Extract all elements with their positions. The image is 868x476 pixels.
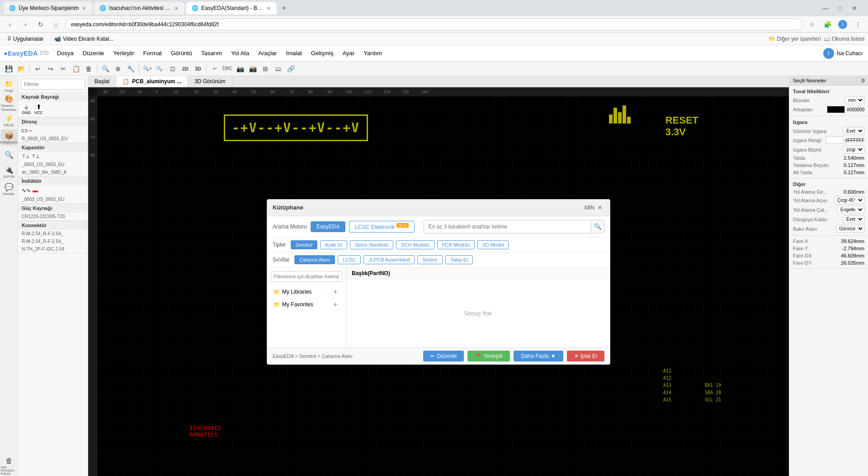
kon-item1[interactable]: R-M-2.54_R-F-2.54_	[18, 230, 88, 238]
type-sch[interactable]: SCH Modülü	[396, 240, 434, 249]
address-input[interactable]	[65, 19, 803, 30]
ind1[interactable]: ∿∿	[22, 187, 31, 194]
sidebar-project-btn[interactable]: 📁 Proje	[1, 78, 17, 94]
dialog-search-btn[interactable]: 🔍	[591, 220, 604, 233]
delete-btn[interactable]: 🗑	[83, 63, 94, 75]
tab2-close[interactable]: ✕	[174, 5, 179, 12]
search-tool-btn[interactable]: 🔍	[99, 63, 111, 75]
class-takipet[interactable]: Takip Et	[445, 255, 473, 264]
tree-item-my-favorites[interactable]: 📁 My Favorites +	[271, 298, 342, 311]
reload-button[interactable]: ↻	[34, 18, 47, 31]
component-search-input[interactable]	[21, 79, 85, 90]
direnc-eu[interactable]: ▭	[29, 128, 32, 133]
section-kapasitor-header[interactable]: Kapasitör	[18, 143, 88, 152]
fit-btn[interactable]: ⊡	[167, 63, 179, 75]
type-pcb[interactable]: PCB Modülü	[437, 240, 475, 249]
menu-yerlestir[interactable]: Yerleştir	[108, 48, 138, 58]
menu-ayar[interactable]: Ayar	[338, 48, 359, 58]
sidebar-trash-btn[interactable]: 🗑 Geri Dönüşüm Kutusu	[1, 458, 17, 474]
class-lcsc[interactable]: LCSC	[338, 255, 361, 264]
bookmark-apps[interactable]: ⠿ Uygulamalar	[4, 35, 47, 43]
edit-btn[interactable]: ✏ Düzenle	[423, 351, 464, 362]
class-jlpcb[interactable]: JLPCB Assembled	[363, 255, 415, 264]
search-tab-easyeda[interactable]: EasyEDA	[311, 221, 345, 232]
photo-btn[interactable]: 📷	[234, 63, 246, 75]
type-3d[interactable]: 3D Model	[477, 240, 509, 249]
menu-dosya[interactable]: Dosya	[52, 48, 78, 58]
star-button[interactable]: ☆	[806, 18, 818, 31]
tool-extra1[interactable]: ⊕	[112, 63, 124, 75]
background-color[interactable]	[827, 106, 845, 113]
zoom-out-btn[interactable]: 🔍-	[154, 63, 166, 75]
browser-tab-3[interactable]: 🌐 EasyEDA(Standart) - Basit ve Güç... ✕	[186, 2, 277, 14]
units-select[interactable]: mm	[845, 96, 864, 104]
add-library-btn[interactable]: +	[331, 288, 340, 296]
type-sembol[interactable]: Sembol	[291, 240, 317, 249]
sidebar-eelib-btn[interactable]: ⚡ EELib	[1, 112, 17, 129]
kon-item2[interactable]: R-M-2.54_R-F-2.54_	[18, 238, 88, 245]
section-guc-header[interactable]: Güç Kaynağı	[18, 204, 88, 213]
save-btn[interactable]: 💾	[3, 63, 14, 75]
direnc-us[interactable]: ⊏⊐	[22, 128, 27, 133]
pcb-tab-start[interactable]: Başlat	[88, 76, 116, 87]
trace-angle-select[interactable]: Çizgi 45°	[834, 196, 864, 204]
open-btn[interactable]: 📂	[15, 63, 27, 75]
cancel-btn[interactable]: ✕ İptal Et	[567, 351, 604, 362]
direnc-item1[interactable]: R_0603_US_0603_EU	[18, 135, 88, 143]
sidebar-design-mgr-btn[interactable]: 🎨 Tasarım Yöneticisi	[1, 95, 17, 111]
tab3-close[interactable]: ✕	[266, 5, 271, 12]
dialog-search-input[interactable]	[424, 220, 591, 233]
menu-tasarim[interactable]: Tasarım	[197, 48, 226, 58]
zoom-in-btn[interactable]: 🔍+	[142, 63, 153, 75]
gnd-symbol[interactable]: ⏚ GND	[22, 103, 31, 115]
camera-btn[interactable]: 📸	[247, 63, 259, 75]
new-tab-button[interactable]: +	[278, 3, 289, 14]
profile-button[interactable]: İ	[836, 18, 849, 31]
trace-conflict-select[interactable]: Engelle	[837, 206, 864, 214]
browser-tab-2[interactable]: 🌐 Isacuhacı'nın Aktivitesi - Talimatl...…	[94, 2, 184, 14]
vcc-symbol[interactable]: ⬆ VCC	[34, 103, 43, 115]
menu-duzenle[interactable]: Düzenle	[78, 48, 109, 58]
menu-imalat[interactable]: İmalat	[281, 48, 306, 58]
redo-btn[interactable]: ↪	[45, 63, 57, 75]
forward-button[interactable]: ›	[19, 18, 32, 31]
drc-btn[interactable]: DRC	[222, 63, 233, 75]
section-induktor-header[interactable]: İndüktör	[18, 176, 88, 186]
tree-item-my-libraries[interactable]: 📁 My Libraries +	[271, 286, 342, 298]
menu-yardim[interactable]: Yardım	[359, 48, 387, 58]
browser-tab-1[interactable]: 🌐 Üye Merkezi-Siparişlerim ✕	[4, 2, 92, 14]
cap-item2[interactable]: an_SMD_Ain_SMD_A	[18, 168, 88, 176]
menu-button[interactable]: ⋮	[852, 18, 864, 31]
tool-extra2[interactable]: 🔧	[125, 63, 137, 75]
pcb-tab-main[interactable]: 📋 PCB_aluminyum ...	[116, 76, 188, 87]
cap1[interactable]: ⊤⊥	[22, 154, 30, 159]
type-ayakizi[interactable]: Ayak İzi	[320, 240, 347, 249]
cut-btn[interactable]: ✂	[57, 63, 69, 75]
guc-item1[interactable]: CR1220-23C005-T20	[18, 213, 88, 220]
type-spice[interactable]: Spice Sembolü	[350, 240, 393, 249]
sidebar-jlpcb-btn[interactable]: 🔌 JLPCB	[1, 164, 17, 180]
arc-btn[interactable]: ↩	[209, 63, 221, 75]
ind-item1[interactable]: _0603_US_0603_EU	[18, 195, 88, 203]
kon-item3[interactable]: N-TH_2P-F-IDC-2.54	[18, 245, 88, 253]
menu-format[interactable]: Format	[139, 48, 166, 58]
share-btn[interactable]: 🔗	[285, 63, 297, 75]
bookmark-video[interactable]: 📹 Video Ekranlı Katal...	[51, 35, 117, 43]
menu-yolata[interactable]: Yol Ata	[226, 48, 254, 58]
sidebar-library-btn[interactable]: 📦 Kütüphane	[1, 129, 17, 146]
cap-item1[interactable]: _0603_US_0603_EU	[18, 161, 88, 168]
dialog-min-btn[interactable]: MIN	[585, 203, 594, 212]
section-kaynak-header[interactable]: Kaynak Bayrağı	[18, 92, 88, 101]
extensions-button[interactable]: 🧩	[821, 18, 834, 31]
maximize-button[interactable]: □	[834, 2, 846, 14]
grid-style-select[interactable]: çizgi	[843, 146, 864, 153]
grid-color-box[interactable]	[826, 137, 844, 144]
class-sistem[interactable]: Sistem	[417, 255, 443, 264]
pcb-tab-3d[interactable]: 3D Görünüm	[188, 76, 232, 87]
section-konnekter-header[interactable]: Konnektör	[18, 221, 88, 230]
search-tab-lcsc[interactable]: LCSC Elektronik NEW	[349, 221, 414, 233]
3d-btn[interactable]: 3D	[192, 63, 204, 75]
menu-araclar[interactable]: Araçlar	[254, 48, 281, 58]
place-btn[interactable]: 📍 Yerleştir	[467, 351, 510, 362]
add-favorites-btn[interactable]: +	[331, 300, 340, 309]
